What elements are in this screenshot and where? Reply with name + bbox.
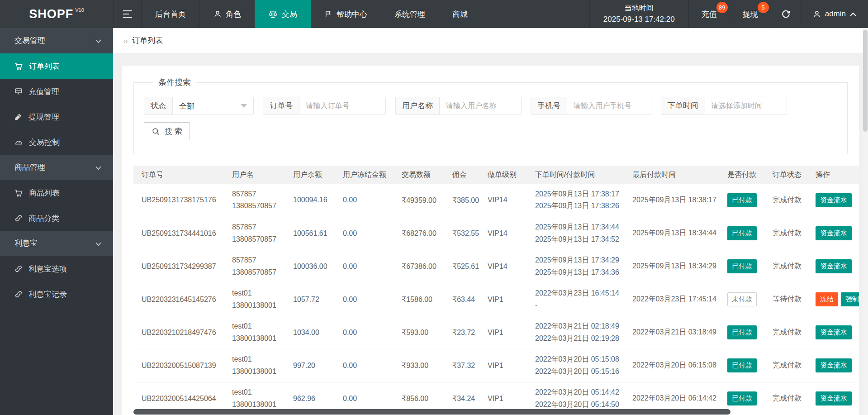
phone-input[interactable]	[567, 97, 651, 114]
order-table-wrap: 订单号 用户名 用户余额 用户冻结金额 交易数额 佣金 做单级别 下单时间/付款…	[133, 166, 859, 415]
paid-status-badge: 已付款	[727, 259, 757, 273]
sidebar-item-trade-control[interactable]: 交易控制	[0, 129, 113, 155]
action-button-fund-flow[interactable]: 资金流水	[816, 325, 852, 339]
cell-last-pay-time: 2025年09月13日 18:34:44	[624, 217, 719, 250]
sidebar-group-product-management[interactable]: 商品管理	[0, 155, 113, 180]
username-text: test01	[232, 386, 281, 398]
action-button-fund-flow[interactable]: 资金流水	[816, 226, 852, 240]
cell-frozen: 0.00	[335, 250, 394, 283]
action-button-freeze[interactable]: 冻结	[816, 292, 838, 306]
user-phone-text: 13800138001	[232, 300, 281, 311]
column-header-amount: 交易数额	[394, 166, 444, 184]
user-name-input[interactable]	[440, 97, 521, 114]
status-select[interactable]: 全部	[173, 97, 253, 114]
phone-label: 手机号	[531, 97, 567, 114]
order-table-body: UB25091317381751768578571380857085710009…	[133, 184, 859, 415]
withdraw-shortcut[interactable]: 提现 5	[730, 0, 771, 28]
refresh-icon	[781, 10, 791, 19]
order-time-text: 2025年09月13日 17:34:44	[535, 221, 621, 233]
order-panel: 条件搜索 状态 全部 订单号 用户名称 手机号	[122, 66, 859, 415]
action-button-force-pay[interactable]: 强制付款	[841, 292, 859, 306]
cell-last-pay-time: 2022年03月21日 03:18:49	[624, 316, 719, 349]
chevron-down-icon	[95, 39, 101, 43]
nav-item-roles[interactable]: 角色	[199, 0, 255, 28]
cell-level: VIP14	[479, 217, 527, 250]
local-time-label: 当地时间	[625, 3, 654, 14]
action-button-fund-flow[interactable]: 资金流水	[816, 391, 852, 405]
sidebar-item-recharge-management[interactable]: 充值管理	[0, 79, 113, 104]
pay-time-text: 2022年03月20日 05:14:50	[535, 399, 621, 410]
cell-amount: ₹933.00	[394, 349, 444, 382]
username-text: 857857	[232, 188, 281, 200]
horizontal-scrollbar-thumb[interactable]	[133, 409, 730, 415]
sidebar-toggle-button[interactable]	[113, 0, 141, 28]
user-stack: test0113800138001	[232, 287, 281, 311]
cell-paid: 已付款	[719, 250, 764, 283]
cell-order-status: 完成付款	[764, 250, 807, 283]
table-row: UB2203200515087139test0113800138001997.2…	[133, 349, 859, 382]
action-button-fund-flow[interactable]: 资金流水	[816, 358, 852, 372]
card-icon	[14, 87, 23, 95]
column-header-order-no: 订单号	[133, 166, 224, 184]
user-phone-text: 13800138001	[232, 366, 281, 377]
cell-paid: 已付款	[719, 184, 764, 217]
vertical-scrollbar-thumb[interactable]	[863, 30, 868, 132]
sidebar-item-label: 利息宝选项	[28, 264, 67, 274]
cell-commission: ₹385.00	[444, 184, 479, 217]
sidebar-group-label: 商品管理	[14, 163, 45, 172]
column-header-order-pay-time: 下单时间/付款时间	[527, 166, 624, 184]
sidebar-item-order-list[interactable]: 订单列表	[0, 53, 113, 79]
local-time: 当地时间 2025-09-13 17:42:20	[589, 0, 688, 28]
user-menu[interactable]: admin	[801, 0, 868, 28]
nav-item-system[interactable]: 系统管理	[381, 0, 439, 28]
cell-order-pay-time: 2025年09月13日 17:38:172025年09月13日 17:38:26	[527, 184, 624, 217]
cell-paid: 已付款	[719, 349, 764, 382]
sidebar-item-interest-options[interactable]: 利息宝选项	[0, 256, 113, 281]
sidebar-item-label: 商品分类	[28, 213, 59, 224]
nav-item-dashboard[interactable]: 后台首页	[141, 0, 199, 28]
paid-status-badge: 未付款	[727, 292, 757, 306]
recharge-shortcut[interactable]: 充值 89	[688, 0, 730, 28]
cell-user: 85785713808570857	[224, 217, 285, 250]
order-no-input[interactable]	[299, 97, 385, 114]
refresh-button[interactable]	[771, 0, 801, 28]
column-header-paid: 是否付款	[719, 166, 764, 184]
column-header-status: 订单状态	[764, 166, 807, 184]
username-text: test01	[232, 353, 281, 365]
sidebar-item-product-list[interactable]: 商品列表	[0, 180, 113, 205]
content: 条件搜索 状态 全部 订单号 用户名称 手机号	[113, 53, 868, 415]
sidebar-item-label: 商品列表	[29, 188, 60, 198]
main-area: » 订单列表 条件搜索 状态 全部 订单号 用户名称	[113, 28, 868, 415]
user-phone-text: 13800138001	[232, 333, 281, 344]
column-header-level: 做单级别	[479, 166, 527, 184]
nav-item-mall[interactable]: 商城	[439, 0, 481, 28]
recharge-label: 充值	[702, 9, 717, 19]
action-button-fund-flow[interactable]: 资金流水	[816, 193, 852, 207]
sidebar-group-trade-management[interactable]: 交易管理	[0, 28, 113, 53]
nav-item-help-center[interactable]: 帮助中心	[311, 0, 381, 28]
sidebar-item-product-category[interactable]: 商品分类	[0, 205, 113, 231]
cell-balance: 1057.72	[285, 283, 335, 316]
paid-status-badge: 已付款	[727, 391, 757, 405]
action-button-fund-flow[interactable]: 资金流水	[816, 259, 852, 273]
cell-user: test0113800138001	[224, 316, 285, 349]
sidebar-item-withdraw-management[interactable]: 提现管理	[0, 104, 113, 129]
order-time-input[interactable]	[705, 97, 787, 114]
user-phone-text: 13808570857	[232, 234, 281, 245]
cell-amount: ₹68276.00	[394, 217, 444, 250]
sidebar-group-interest-treasure[interactable]: 利息宝	[0, 231, 113, 256]
sidebar-item-label: 充值管理	[28, 86, 59, 97]
vertical-scrollbar[interactable]	[863, 28, 868, 415]
nav-item-trade[interactable]: 交易	[255, 0, 311, 28]
sidebar-item-label: 利息宝记录	[28, 289, 67, 300]
cell-balance: 100036.00	[285, 250, 335, 283]
table-row: UB25091317344410168578571380857085710056…	[133, 217, 859, 250]
sidebar-item-interest-records[interactable]: 利息宝记录	[0, 281, 113, 307]
search-button[interactable]: 搜 索	[144, 122, 190, 140]
column-header-commission: 佣金	[444, 166, 479, 184]
chevron-down-icon	[95, 242, 101, 246]
table-row: UB25091317342993878578571380857085710003…	[133, 250, 859, 283]
cell-order-status: 完成付款	[764, 382, 807, 415]
nav-label: 后台首页	[155, 9, 186, 19]
username-text: 857857	[232, 221, 281, 233]
